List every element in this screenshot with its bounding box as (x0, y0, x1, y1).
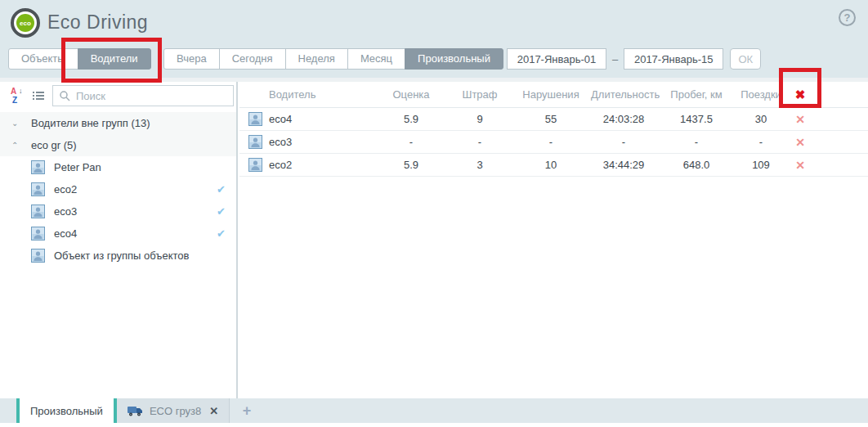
results-table: ВодительОценкаШтрафНарушенияДлительность… (239, 82, 868, 398)
truck-icon-wrap (128, 406, 143, 416)
delete-row-icon[interactable]: ✕ (785, 136, 815, 149)
tree-group-row[interactable]: ⌃eco gr (5) (0, 134, 236, 156)
tree-group-row[interactable]: ⌄Водители вне групп (13) (0, 112, 236, 134)
period-button[interactable]: Неделя (285, 48, 348, 70)
metric-cell: 10 (511, 159, 591, 171)
ok-button[interactable]: ОК (730, 48, 761, 70)
tree-driver-row[interactable]: eco2✔ (0, 178, 236, 200)
driver-avatar-cell (243, 158, 267, 172)
tree-driver-row[interactable]: eco3✔ (0, 200, 236, 222)
table-row[interactable]: eco3------✕ (239, 131, 868, 154)
metric-cell: 9 (449, 113, 511, 125)
drivers-tree: ⌄Водители вне групп (13)⌃eco gr (5) Pete… (0, 112, 236, 267)
tree-driver-row[interactable]: Объект из группы объектов (0, 245, 236, 267)
eco-driving-logo: eco (11, 8, 40, 38)
tree-driver-label: eco2 (54, 183, 77, 196)
bottom-tab[interactable]: Произвольный (20, 398, 114, 423)
period-button[interactable]: Сегодня (219, 48, 286, 70)
column-header: Штраф (449, 88, 511, 101)
bottom-tab-bar: Произвольный ECO груз8✕+ (0, 398, 868, 423)
driver-avatar-icon (248, 135, 262, 149)
search-input[interactable] (52, 85, 234, 106)
bottom-tab-label: ECO груз8 (150, 405, 201, 417)
sidebar-controls: A ↓ Z (0, 82, 236, 110)
table-row[interactable]: eco25.931034:44:29648.0109✕ (239, 154, 868, 177)
driver-avatar-icon (248, 158, 262, 172)
driver-name-cell: eco4 (267, 113, 374, 125)
period-button[interactable]: Вчера (163, 48, 220, 70)
content-area: A ↓ Z (0, 78, 868, 398)
eco-driving-app: eco Eco Driving ? ОбъектыВодители ВчераС… (0, 0, 868, 427)
search-icon (59, 90, 70, 101)
metric-cell: 24:03:28 (591, 113, 656, 125)
delete-all-icon[interactable]: ✖ (785, 88, 815, 102)
driver-avatar-icon (248, 112, 262, 126)
metric-cell: 5.9 (374, 113, 449, 125)
metric-cell: - (656, 136, 736, 148)
search-box (52, 85, 234, 106)
mode-button[interactable]: Объекты (8, 48, 78, 70)
table-body: eco45.995524:03:281437.530✕ eco3------✕ … (239, 108, 868, 177)
sort-arrow-icon: ↓ (19, 87, 23, 95)
tree-driver-row[interactable]: eco4✔ (0, 222, 236, 245)
driver-avatar-icon (31, 182, 45, 196)
period-buttons-group: ВчераСегодняНеделяМесяцПроизвольный (163, 48, 503, 70)
tab-bar-spacer (0, 398, 16, 423)
metric-cell: - (374, 136, 449, 148)
chevron-icon[interactable]: ⌄ (11, 119, 23, 128)
date-range-area: – ОК (507, 48, 761, 70)
mode-button[interactable]: Водители (78, 48, 151, 70)
tree-group-label: eco gr (5) (31, 139, 77, 151)
tab-close-icon[interactable]: ✕ (209, 405, 218, 417)
metric-cell: 34:44:29 (591, 159, 656, 171)
tree-driver-label: Peter Pan (54, 161, 101, 173)
selected-check-icon: ✔ (217, 205, 226, 218)
driver-avatar-icon (31, 160, 45, 174)
column-header: Длительность (591, 88, 656, 101)
date-to-input[interactable] (624, 48, 723, 70)
driver-avatar-icon (31, 249, 45, 263)
tree-driver-row[interactable]: Peter Pan (0, 156, 236, 178)
bottom-strip (0, 423, 868, 427)
bottom-tab-label: Произвольный (30, 405, 103, 417)
list-view-icon[interactable] (32, 90, 45, 102)
table-row[interactable]: eco45.995524:03:281437.530✕ (239, 108, 868, 131)
metric-cell: - (449, 136, 511, 148)
column-header: Водитель (267, 88, 374, 101)
tree-driver-label: Объект из группы объектов (54, 249, 189, 262)
mode-buttons-group: ОбъектыВодители (8, 48, 151, 70)
bottom-tab[interactable]: ECO груз8✕ (117, 398, 229, 423)
metric-cell: - (511, 136, 591, 148)
period-button[interactable]: Месяц (347, 48, 405, 70)
driver-name-cell: eco3 (267, 136, 374, 148)
metric-cell: - (591, 136, 656, 148)
metric-cell: 109 (736, 159, 785, 171)
metric-cell: 55 (511, 113, 591, 125)
tree-driver-label: eco4 (54, 227, 77, 240)
date-from-input[interactable] (507, 48, 606, 70)
driver-avatar-icon (31, 227, 45, 240)
table-header-row: ВодительОценкаШтрафНарушенияДлительность… (239, 82, 868, 108)
selected-check-icon: ✔ (217, 183, 226, 196)
driver-avatar-cell (243, 112, 267, 126)
truck-icon (128, 406, 143, 416)
driver-name-cell: eco2 (267, 159, 374, 171)
help-icon[interactable]: ? (839, 9, 856, 26)
column-header: Оценка (374, 88, 449, 101)
driver-avatar-icon (31, 205, 45, 218)
sort-az-icon[interactable]: A ↓ Z (10, 87, 26, 105)
sort-letter-z: Z (12, 96, 17, 105)
delete-row-icon[interactable]: ✕ (785, 159, 815, 172)
delete-row-icon[interactable]: ✕ (785, 113, 815, 126)
metric-cell: 1437.5 (656, 113, 736, 125)
column-header: Нарушения (511, 88, 591, 101)
sort-letter-a: A (11, 87, 16, 96)
column-header: Поездки (736, 88, 785, 101)
chevron-icon[interactable]: ⌃ (11, 141, 23, 150)
metric-cell: 3 (449, 159, 511, 171)
metric-cell: 648.0 (656, 159, 736, 171)
metric-cell: 5.9 (374, 159, 449, 171)
period-button[interactable]: Произвольный (405, 48, 503, 70)
metric-cell: 30 (736, 113, 785, 125)
add-tab-button[interactable]: + (230, 398, 264, 423)
